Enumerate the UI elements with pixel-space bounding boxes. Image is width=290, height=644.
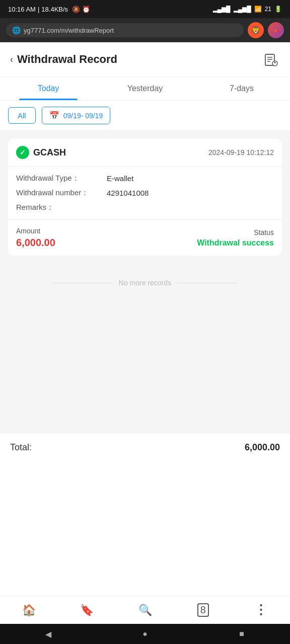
android-recents-button[interactable]: ■ [232,626,252,641]
upload-report-icon[interactable] [262,50,280,68]
no-more-records: No more records [8,264,282,302]
withdrawal-type-value: E-wallet [107,174,133,183]
filter-bar: All 📅 09/19- 09/19 [0,101,290,131]
withdrawal-record-card: ✓ GCASH 2024-09-19 10:12:12 Withdrawal T… [8,139,282,256]
nav-tabs[interactable]: 8 [174,596,232,624]
tab-today[interactable]: Today [0,77,97,100]
nav-bookmark[interactable]: 🔖 [58,596,116,624]
gcash-check-icon: ✓ [16,146,29,159]
withdrawal-number-row: Withdrawal number： 4291041008 [16,188,274,198]
divider-right [177,283,238,283]
payment-method-name: GCASH [33,147,66,158]
total-bar: Total: 6,000.00 [0,433,290,462]
main-content: ✓ GCASH 2024-09-19 10:12:12 Withdrawal T… [0,131,290,433]
signal-icon: ▂▄▆█ [213,6,231,13]
menu-dots-icon: ⋮ [254,602,268,618]
battery-level: 21 [265,6,271,13]
remarks-row: Remarks： [16,203,274,212]
date-range-text: 09/19- 09/19 [63,112,103,120]
status-bar: 10:16 AM | 18.4KB/s 🔕 ⏰ ▂▄▆█ ▂▄▆█ 📶 21 🔋 [0,0,290,18]
total-label: Total: [10,442,32,453]
browser-bar: 🌐 yg7771.com/m/withdrawReport 🦁 🔺 [0,18,290,42]
withdrawal-number-value: 4291041008 [107,189,149,197]
all-filter-button[interactable]: All [8,107,36,124]
bottom-nav: 🏠 🔖 🔍 8 ⋮ [0,596,290,624]
record-timestamp: 2024-09-19 10:12:12 [208,148,274,156]
browser-icons: 🦁 🔺 [248,22,284,38]
back-button[interactable]: ‹ [10,54,13,65]
brave-lion-icon[interactable]: 🦁 [248,22,264,38]
home-icon: 🏠 [22,604,36,617]
record-header: ✓ GCASH 2024-09-19 10:12:12 [8,139,282,167]
divider-left [52,283,113,283]
url-bar[interactable]: 🌐 yg7771.com/m/withdrawReport [6,23,244,37]
signal-icon-2: ▂▄▆█ [234,6,251,13]
header-title-area: ‹ Withdrawal Record [10,53,117,66]
amount-label: Amount [16,227,55,235]
brave-shield-icon[interactable]: 🔺 [268,22,284,38]
wifi-icon: 📶 [254,6,262,13]
remarks-label: Remarks： [16,203,107,212]
status-value: Withdrawal success [197,238,274,248]
amount-value: 6,000.00 [16,237,55,249]
payment-method-label: ✓ GCASH [16,146,66,159]
nav-menu[interactable]: ⋮ [232,596,290,624]
withdrawal-type-row: Withdrawal Type： E-wallet [16,174,274,183]
status-bar-left: 10:16 AM | 18.4KB/s 🔕 ⏰ [8,6,90,13]
withdrawal-number-label: Withdrawal number： [16,188,107,198]
tab-yesterday[interactable]: Yesterday [97,77,193,100]
tabs-icon: 8 [197,603,209,617]
status-label: Status [197,228,274,236]
amount-section: Amount 6,000.00 [16,227,55,249]
record-footer: Amount 6,000.00 Status Withdrawal succes… [8,220,282,256]
android-home-button[interactable]: ● [135,626,155,641]
alarm-icon: 🔕 [72,6,80,13]
bookmark-icon: 🔖 [80,604,94,617]
no-more-text: No more records [119,279,171,287]
page-header: ‹ Withdrawal Record [0,42,290,77]
network-speed-value: 18.4KB/s [41,6,68,13]
tabs-bar: Today Yesterday 7-days [0,77,290,101]
date-range-button[interactable]: 📅 09/19- 09/19 [42,107,111,124]
total-value: 6,000.00 [245,442,280,453]
search-icon: 🔍 [138,604,152,617]
nav-home[interactable]: 🏠 [0,596,58,624]
record-details: Withdrawal Type： E-wallet Withdrawal num… [8,167,282,220]
page-title: Withdrawal Record [17,53,117,66]
globe-icon: 🌐 [12,26,21,34]
app-content: ‹ Withdrawal Record Today Yesterday 7-da… [0,42,290,596]
status-bar-right: ▂▄▆█ ▂▄▆█ 📶 21 🔋 [213,6,282,13]
android-nav-bar: ◀ ● ■ [0,624,290,644]
calendar-icon: 📅 [49,111,59,120]
tab-7days[interactable]: 7-days [193,77,290,100]
battery-icon: 🔋 [274,6,282,13]
clock-icon: ⏰ [82,6,90,13]
url-text: yg7771.com/m/withdrawReport [24,27,114,34]
time-display: 10:16 AM [8,6,36,13]
network-speed: | [38,6,39,13]
status-section: Status Withdrawal success [197,228,274,248]
nav-search[interactable]: 🔍 [116,596,174,624]
android-back-button[interactable]: ◀ [38,626,58,641]
withdrawal-type-label: Withdrawal Type： [16,174,107,183]
